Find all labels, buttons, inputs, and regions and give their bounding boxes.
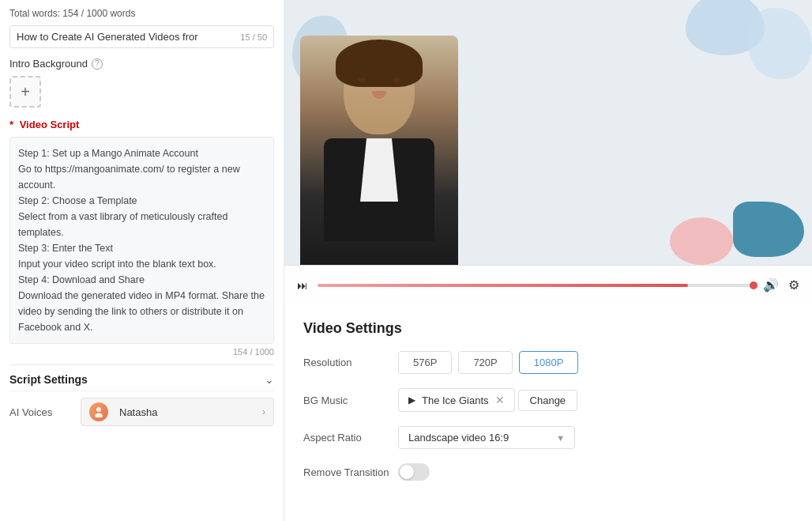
step-forward-button[interactable]: ⏭ bbox=[297, 279, 308, 292]
plus-icon: + bbox=[21, 83, 30, 101]
chevron-right-icon: › bbox=[262, 406, 265, 417]
music-remove-button[interactable]: ✕ bbox=[495, 394, 505, 406]
music-track-name: The Ice Giants bbox=[422, 395, 489, 406]
title-input-row: 15 / 50 bbox=[9, 25, 274, 48]
resolution-576p-button[interactable]: 576P bbox=[398, 351, 452, 374]
svg-point-1 bbox=[95, 413, 103, 418]
video-controls-bar: ⏭ 🔊 ⚙ bbox=[284, 265, 812, 304]
resolution-row: Resolution 576P 720P 1080P bbox=[303, 351, 793, 374]
voice-name-text: Natasha bbox=[119, 406, 256, 418]
resolution-label: Resolution bbox=[303, 357, 398, 368]
intro-background-info-icon[interactable]: ? bbox=[92, 59, 103, 70]
script-content: Step 1: Set up a Mango Animate Account G… bbox=[18, 145, 265, 335]
script-settings-header[interactable]: Script Settings ⌄ bbox=[9, 364, 274, 391]
aspect-ratio-dropdown[interactable]: Landscape video 16:9 ▼ bbox=[398, 426, 575, 449]
bg-shape-3 bbox=[733, 202, 804, 257]
right-panel: ⏭ 🔊 ⚙ Video Settings Resolution 576P 720… bbox=[284, 0, 812, 521]
person-shirt bbox=[348, 138, 411, 202]
person-illustration bbox=[300, 36, 458, 265]
script-word-count: 154 / 1000 bbox=[9, 347, 274, 357]
bg-shape-2 bbox=[749, 8, 812, 79]
video-script-section-label: * Video Script bbox=[9, 119, 274, 130]
person-head bbox=[344, 47, 415, 134]
resolution-720p-button[interactable]: 720P bbox=[458, 351, 512, 374]
intro-background-label-row: Intro Background ? bbox=[9, 58, 274, 70]
music-play-button[interactable]: ▶ bbox=[408, 395, 415, 406]
remove-transition-label: Remove Transition bbox=[303, 466, 398, 478]
remove-transition-toggle[interactable] bbox=[398, 463, 430, 481]
bg-music-control: ▶ The Ice Giants ✕ bbox=[398, 388, 515, 412]
video-preview: ⏭ 🔊 ⚙ bbox=[284, 0, 812, 304]
video-settings-section: Video Settings Resolution 576P 720P 1080… bbox=[284, 304, 812, 521]
remove-transition-row: Remove Transition bbox=[303, 463, 793, 481]
required-asterisk: * bbox=[9, 119, 13, 130]
gear-icon[interactable]: ⚙ bbox=[788, 277, 799, 293]
bg-music-label: BG Music bbox=[303, 395, 398, 406]
person-icon bbox=[93, 406, 104, 417]
add-background-button[interactable]: + bbox=[9, 76, 41, 108]
word-count-label: Total words: 154 / 1000 words bbox=[9, 8, 274, 19]
ai-voices-row: AI Voices Natasha › bbox=[9, 391, 274, 432]
person-hair bbox=[336, 40, 423, 87]
script-settings-title: Script Settings bbox=[9, 373, 88, 386]
svg-point-0 bbox=[96, 407, 101, 412]
title-char-count: 15 / 50 bbox=[240, 32, 267, 42]
video-script-title: Video Script bbox=[20, 119, 80, 130]
video-settings-title: Video Settings bbox=[303, 320, 793, 337]
chevron-down-icon: ⌄ bbox=[265, 373, 274, 386]
aspect-ratio-label: Aspect Ratio bbox=[303, 432, 398, 444]
voice-selector-button[interactable]: Natasha › bbox=[81, 398, 274, 426]
ai-voices-label: AI Voices bbox=[9, 406, 81, 418]
bg-shape-4 bbox=[670, 217, 733, 265]
aspect-ratio-selected-text: Landscape video 16:9 bbox=[408, 432, 509, 444]
toggle-knob bbox=[400, 465, 414, 479]
video-script-box[interactable]: Step 1: Set up a Mango Animate Account G… bbox=[9, 137, 274, 344]
bg-music-row: BG Music ▶ The Ice Giants ✕ Change bbox=[303, 388, 793, 412]
person-body bbox=[324, 138, 434, 241]
volume-icon[interactable]: 🔊 bbox=[763, 277, 779, 293]
voice-avatar bbox=[89, 402, 108, 421]
music-change-button[interactable]: Change bbox=[518, 390, 578, 411]
progress-fill bbox=[318, 284, 688, 287]
progress-bar[interactable] bbox=[318, 284, 754, 287]
video-script-label-text bbox=[15, 119, 18, 130]
title-input[interactable] bbox=[17, 31, 234, 43]
aspect-ratio-row: Aspect Ratio Landscape video 16:9 ▼ bbox=[303, 426, 793, 449]
resolution-buttons-group: 576P 720P 1080P bbox=[398, 351, 578, 374]
left-panel: Total words: 154 / 1000 words 15 / 50 In… bbox=[0, 0, 284, 521]
intro-background-text: Intro Background bbox=[9, 58, 88, 70]
chevron-down-icon: ▼ bbox=[556, 433, 565, 443]
progress-dot bbox=[750, 281, 757, 289]
resolution-1080p-button[interactable]: 1080P bbox=[519, 351, 579, 374]
